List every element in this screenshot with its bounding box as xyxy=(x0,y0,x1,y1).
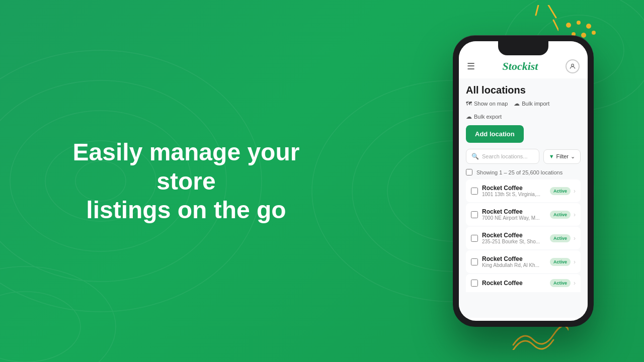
showing-count-text: Showing 1 – 25 of 25,600 locations xyxy=(476,169,562,175)
svg-point-13 xyxy=(577,21,581,25)
hero-text: Easily manage your store listings on the… xyxy=(60,138,312,225)
list-item[interactable]: Rocket Coffee Active › xyxy=(466,274,581,292)
cloud-download-icon: ☁ xyxy=(466,113,472,120)
location-name: Rocket Coffee xyxy=(482,255,546,262)
location-info: Rocket Coffee 7000 NE Airport Way, M... xyxy=(482,208,546,221)
list-item[interactable]: Rocket Coffee 7000 NE Airport Way, M... … xyxy=(466,203,581,226)
location-name: Rocket Coffee xyxy=(482,208,546,215)
showing-count-row: Showing 1 – 25 of 25,600 locations xyxy=(466,169,581,175)
app-logo: Stockist xyxy=(503,60,538,73)
location-right: Active › xyxy=(550,187,576,195)
show-on-map-label: Show on map xyxy=(474,101,508,107)
svg-point-21 xyxy=(572,64,574,66)
status-badge: Active xyxy=(550,234,571,242)
location-address: 235-251 Bourke St, Sho... xyxy=(482,239,546,244)
location-list: Rocket Coffee 1001 13th St S, Virginia,.… xyxy=(466,179,581,292)
location-address: 1001 13th St S, Virginia,... xyxy=(482,192,546,197)
location-info: Rocket Coffee 1001 13th St S, Virginia,.… xyxy=(482,185,546,197)
svg-point-10 xyxy=(0,266,116,362)
app-header: ☰ Stockist xyxy=(459,41,588,78)
bulk-export-label: Bulk export xyxy=(474,114,502,120)
location-address: King Abdullah Rd, Al Kh... xyxy=(482,262,546,268)
filter-label: Filter xyxy=(556,153,569,159)
phone-frame: ☰ Stockist All locations 🗺 Show on map xyxy=(453,35,594,327)
location-right: Active › xyxy=(550,234,576,242)
phone-screen: ☰ Stockist All locations 🗺 Show on map xyxy=(459,41,588,321)
location-name: Rocket Coffee xyxy=(482,185,546,192)
page-title: All locations xyxy=(466,84,581,96)
svg-point-14 xyxy=(586,24,591,29)
location-info: Rocket Coffee 235-251 Bourke St, Sho... xyxy=(482,232,546,244)
chevron-right-icon: › xyxy=(574,235,576,242)
search-input[interactable]: Search locations... xyxy=(482,153,528,159)
action-links: 🗺 Show on map ☁ Bulk import ☁ Bulk expor… xyxy=(466,100,581,120)
app-content: All locations 🗺 Show on map ☁ Bulk impor… xyxy=(459,78,588,318)
svg-point-12 xyxy=(566,23,571,28)
bulk-import-label: Bulk import xyxy=(522,101,549,107)
location-info: Rocket Coffee King Abdullah Rd, Al Kh... xyxy=(482,255,546,268)
map-icon: 🗺 xyxy=(466,100,472,107)
list-item[interactable]: Rocket Coffee 1001 13th St S, Virginia,.… xyxy=(466,179,581,202)
list-item[interactable]: Rocket Coffee King Abdullah Rd, Al Kh...… xyxy=(466,250,581,273)
search-icon: 🔍 xyxy=(471,153,479,160)
filter-button[interactable]: ▼ Filter ⌄ xyxy=(543,149,581,164)
bulk-import-link[interactable]: ☁ Bulk import xyxy=(514,100,549,107)
status-badge: Active xyxy=(550,187,571,195)
location-checkbox[interactable] xyxy=(471,235,478,242)
chevron-right-icon: › xyxy=(574,188,576,195)
svg-line-19 xyxy=(553,20,558,30)
hamburger-icon[interactable]: ☰ xyxy=(467,61,475,72)
filter-chevron-icon: ⌄ xyxy=(571,153,575,160)
user-icon[interactable] xyxy=(566,59,580,73)
location-right: Active › xyxy=(550,211,576,219)
svg-line-20 xyxy=(536,5,538,15)
chevron-right-icon: › xyxy=(574,258,576,265)
svg-line-18 xyxy=(548,5,556,18)
status-badge: Active xyxy=(550,279,571,287)
location-address: 7000 NE Airport Way, M... xyxy=(482,215,546,221)
location-checkbox[interactable] xyxy=(471,188,478,195)
location-checkbox[interactable] xyxy=(471,280,478,287)
cloud-upload-icon: ☁ xyxy=(514,100,520,107)
chevron-right-icon: › xyxy=(574,280,576,287)
hero-text-line2: listings on the go xyxy=(86,197,286,223)
filter-icon: ▼ xyxy=(549,153,554,159)
list-item[interactable]: Rocket Coffee 235-251 Bourke St, Sho... … xyxy=(466,227,581,249)
status-badge: Active xyxy=(550,211,571,219)
location-right: Active › xyxy=(550,258,576,266)
location-name: Rocket Coffee xyxy=(482,232,546,239)
status-badge: Active xyxy=(550,258,571,266)
show-on-map-link[interactable]: 🗺 Show on map xyxy=(466,100,508,107)
location-checkbox[interactable] xyxy=(471,258,478,265)
location-info: Rocket Coffee xyxy=(482,280,546,287)
add-location-button[interactable]: Add location xyxy=(466,125,524,143)
hero-section: Easily manage your store listings on the… xyxy=(60,138,312,225)
location-right: Active › xyxy=(550,279,576,287)
phone-mockup: ☰ Stockist All locations 🗺 Show on map xyxy=(453,35,594,327)
hero-text-line1: Easily manage your store xyxy=(73,139,300,195)
search-box: 🔍 Search locations... xyxy=(466,149,539,164)
select-all-checkbox[interactable] xyxy=(466,169,472,175)
location-name: Rocket Coffee xyxy=(482,280,546,287)
svg-point-17 xyxy=(592,31,596,35)
chevron-right-icon: › xyxy=(574,211,576,218)
bulk-export-link[interactable]: ☁ Bulk export xyxy=(466,113,502,120)
location-checkbox[interactable] xyxy=(471,211,478,218)
search-filter-row: 🔍 Search locations... ▼ Filter ⌄ xyxy=(466,149,581,164)
